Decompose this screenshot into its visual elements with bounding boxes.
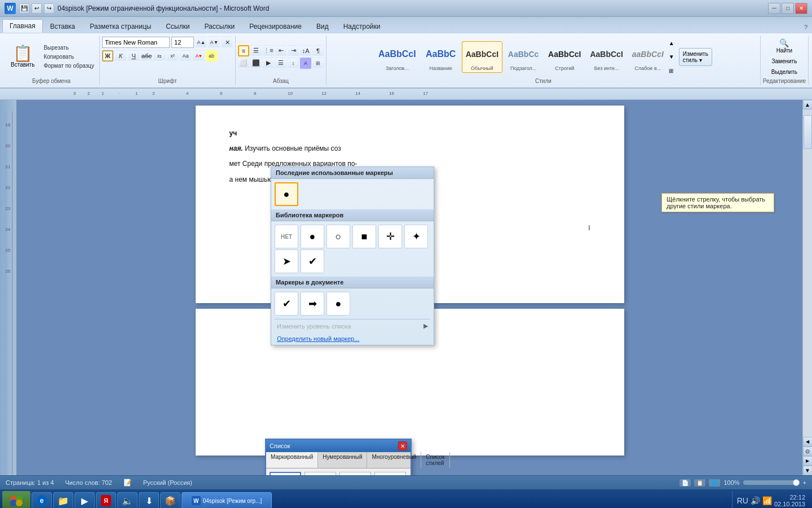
scroll-up-button[interactable]: ▲ [803, 100, 813, 110]
strikethrough-button[interactable]: aбе [141, 50, 152, 62]
taskbar-program[interactable]: 📦 [160, 492, 180, 508]
tab-review[interactable]: Рецензирование [242, 19, 309, 33]
taskbar-ya[interactable]: Я [96, 492, 116, 508]
font-size-input[interactable] [171, 37, 194, 48]
font-case-button[interactable]: Aa [180, 50, 191, 62]
indent-decrease[interactable]: ⇤ [275, 45, 286, 56]
scroll-down-button[interactable]: ▼ [803, 466, 813, 475]
cut-button[interactable]: Вырезать [41, 43, 97, 52]
paste-button[interactable]: 📋 Вставить [6, 43, 39, 71]
styles-scroll-up[interactable]: ▲ [669, 40, 674, 46]
font-color-button[interactable]: A▾ [193, 50, 204, 62]
taskbar-word[interactable]: W 04spisok [Режим огр...] [182, 492, 272, 508]
tab-addins[interactable]: Надстройки [336, 19, 388, 33]
zoom-in[interactable]: + [803, 479, 806, 486]
list-style-none[interactable]: НЕТ [270, 472, 301, 475]
align-right[interactable]: ▶ [263, 58, 274, 69]
shading-button[interactable]: A [300, 58, 311, 69]
maximize-button[interactable]: □ [782, 3, 794, 14]
quick-save[interactable]: 💾 [19, 3, 29, 14]
sort-button[interactable]: ↕A [300, 45, 311, 56]
view-btn-fullscreen[interactable]: 📋 [694, 479, 705, 487]
superscript-button[interactable]: x² [167, 50, 178, 62]
line-spacing[interactable]: ↕ [288, 58, 299, 69]
underline-button[interactable]: Ч [128, 50, 139, 62]
quick-redo[interactable]: ↪ [44, 3, 54, 14]
find-button[interactable]: 🔍 Найти [767, 37, 801, 55]
indent-increase[interactable]: ⇥ [288, 45, 299, 56]
replace-button[interactable]: Заменить [767, 56, 801, 66]
bullet-square[interactable]: ■ [352, 225, 376, 248]
italic-button[interactable]: К [115, 50, 126, 62]
dialog-tab-bulleted[interactable]: Маркированный [266, 452, 318, 468]
style-no-interval[interactable]: AaBbCcI Без инте... [586, 41, 626, 73]
tab-view[interactable]: Вид [309, 19, 336, 33]
tab-mailings[interactable]: Рассылки [197, 19, 242, 33]
multilevel-list-button[interactable]: ⋮≡ [263, 45, 274, 56]
align-center[interactable]: ⬛ [250, 58, 262, 69]
zoom-slider[interactable] [743, 480, 800, 485]
define-new-marker[interactable]: Определить новый маркер... [271, 332, 434, 345]
style-subtitle[interactable]: AaBbCc Подзагол... [504, 41, 543, 73]
dialog-tab-multilevel[interactable]: Многоуровневый [367, 452, 421, 468]
align-left[interactable]: ⬜ [238, 58, 249, 69]
recent-bullet-disc[interactable]: ● [275, 182, 298, 206]
bullet-circle[interactable]: ○ [326, 225, 350, 248]
quick-undo[interactable]: ↩ [32, 3, 42, 14]
scroll-track[interactable] [803, 110, 813, 437]
style-title[interactable]: AaBbC Название [421, 41, 461, 73]
list-style-circle[interactable]: ◆ ◆ ◆ [339, 472, 371, 475]
list-style-disc[interactable] [304, 472, 336, 475]
bullet-cross[interactable]: ✛ [378, 225, 402, 248]
format-painter-button[interactable]: Формат по образцу [41, 62, 97, 70]
prev-page-button[interactable]: ◀ [803, 437, 813, 446]
styles-more[interactable]: ⊞ [669, 68, 674, 74]
copy-button[interactable]: Копировать [41, 52, 97, 61]
select-browse-button[interactable]: ⊙ [803, 446, 813, 456]
bullet-list-button[interactable]: ≡ [238, 45, 249, 56]
view-btn-web[interactable]: 🌐 [709, 479, 720, 487]
dialog-tab-styles[interactable]: Список стилей [421, 452, 449, 468]
dialog-tab-numbered[interactable]: Нумерованный [318, 452, 367, 468]
scroll-thumb[interactable] [804, 115, 812, 149]
align-justify[interactable]: ☰ [275, 58, 286, 69]
select-button[interactable]: Выделить [767, 67, 801, 77]
numbered-list-button[interactable]: ☰ [250, 45, 262, 56]
taskbar-unknown[interactable]: 🔈 [117, 492, 138, 508]
doc-bullet-disc[interactable]: ● [326, 292, 350, 316]
start-button[interactable] [2, 491, 30, 508]
bullet-star[interactable]: ✦ [404, 225, 428, 248]
font-size-up[interactable]: A▲ [196, 37, 207, 48]
taskbar-media[interactable]: ▶ [74, 492, 95, 508]
bullet-none[interactable]: НЕТ [275, 225, 298, 248]
style-strict[interactable]: AaBbCcI Строгий [544, 41, 585, 73]
doc-bullet-check[interactable]: ✔ [275, 292, 298, 316]
taskbar-ie[interactable]: e [32, 492, 52, 508]
border-button[interactable]: ⊞ [312, 58, 324, 69]
bullet-arrow[interactable]: ➤ [275, 249, 298, 273]
style-normal[interactable]: AaBbCcI Обычный [462, 41, 502, 73]
next-page-button[interactable]: ▶ [803, 456, 813, 466]
bullet-disc[interactable]: ● [301, 225, 324, 248]
bold-button[interactable]: Ж [102, 50, 113, 62]
highlight-button[interactable]: ab [206, 50, 217, 62]
list-style-more[interactable]: ● ● ● [374, 472, 406, 475]
close-button[interactable]: ✕ [795, 3, 807, 14]
zoom-thumb[interactable] [793, 479, 800, 486]
tab-insert[interactable]: Вставка [43, 19, 83, 33]
font-name-input[interactable] [102, 37, 170, 48]
show-paragraph[interactable]: ¶ [312, 45, 324, 56]
style-weak[interactable]: aaBbCcI Слабое в... [628, 41, 668, 73]
subscript-button[interactable]: x₂ [154, 50, 165, 62]
taskbar-download[interactable]: ⬇ [139, 492, 159, 508]
tab-home[interactable]: Главная [2, 19, 43, 33]
bullet-check[interactable]: ✔ [301, 249, 324, 273]
taskbar-explorer[interactable]: 📁 [53, 492, 73, 508]
font-size-down[interactable]: A▼ [209, 37, 220, 48]
help-icon[interactable]: ? [802, 21, 810, 33]
tab-references[interactable]: Ссылки [158, 19, 197, 33]
doc-bullet-arrow[interactable]: ➡ [301, 292, 324, 316]
style-heading[interactable]: AaBbCcI Заголов... [374, 41, 420, 73]
tab-page-layout[interactable]: Разметка страницы [82, 19, 158, 33]
clear-formatting[interactable]: ✕ [222, 37, 233, 48]
